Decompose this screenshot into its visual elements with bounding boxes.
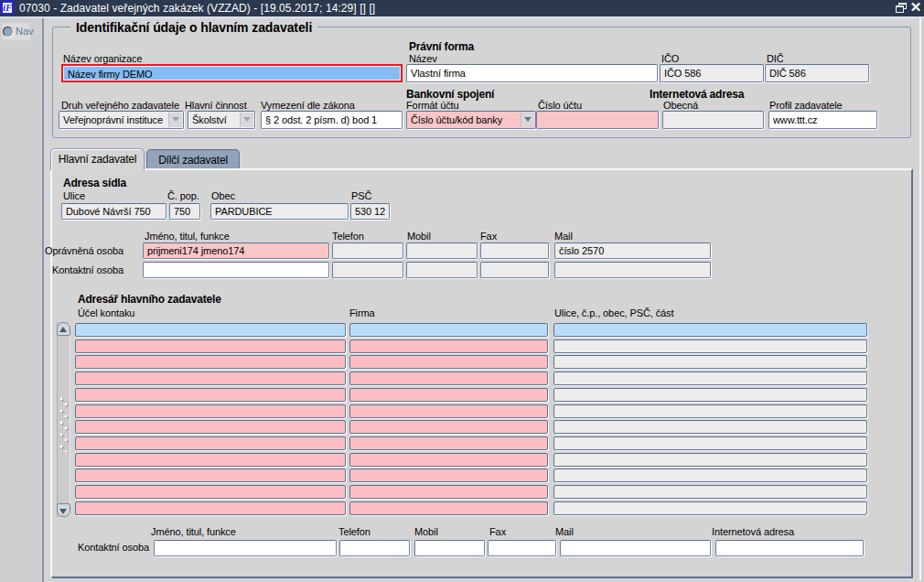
directory-row-4-cell-1[interactable] — [75, 372, 346, 385]
hlavni-cinnost-dropdown-icon[interactable] — [240, 113, 253, 127]
kontaktni-mobile-field[interactable] — [406, 262, 478, 278]
ico-field[interactable]: IČO 586 — [660, 64, 764, 82]
format-uctu-dropdown-icon[interactable] — [521, 113, 534, 127]
bottom-fax-field[interactable] — [488, 540, 556, 556]
directory-row-1-cell-2[interactable] — [349, 323, 548, 337]
sidebar-item-nav[interactable]: Nav — [2, 23, 30, 40]
persons-mail-column-label: Mail — [554, 231, 573, 242]
bankovni-spojeni-heading: Bankovní spojení — [406, 88, 494, 100]
directory-row-12-cell-3[interactable] — [553, 501, 867, 515]
directory-row-9-cell-2[interactable] — [349, 453, 548, 467]
format-uctu-select[interactable]: Číslo účtu/kód banky — [406, 111, 536, 129]
druh-zadavatele-select[interactable]: Veřejnoprávní instituce — [59, 111, 184, 129]
adresa-sidla-heading: Adresa sídla — [63, 177, 126, 189]
directory-row-9-cell-1[interactable] — [75, 453, 346, 467]
directory-row-5-cell-2[interactable] — [349, 388, 548, 402]
kontaktni-name-field[interactable] — [143, 262, 329, 278]
obec-field[interactable]: PARDUBICE — [210, 203, 349, 220]
directory-row-1-cell-3[interactable] — [553, 323, 867, 337]
directory-row-5-cell-1[interactable] — [75, 388, 346, 402]
opravnena-fax-field[interactable] — [480, 242, 549, 259]
directory-row-3-cell-1[interactable] — [75, 355, 346, 369]
dic-field[interactable]: DIČ 586 — [765, 64, 869, 82]
directory-row-7-cell-3[interactable] — [553, 420, 867, 434]
directory-row-1-cell-1[interactable] — [75, 323, 346, 337]
directory-row-8-cell-1[interactable] — [75, 436, 346, 450]
ucel-kontaktu-column-header: Účel kontaku — [78, 307, 134, 318]
scrollbar-thumb-grip[interactable] — [59, 397, 70, 452]
directory-row-6-cell-2[interactable] — [349, 404, 548, 418]
bottom-mail-field[interactable] — [560, 540, 711, 556]
directory-row-4-cell-2[interactable] — [349, 372, 548, 385]
tab-hlavni-zadavatel[interactable]: Hlavní zadavatel — [50, 148, 145, 170]
ulice-column-header: Ulice, č.p., obec, PSČ, část — [554, 307, 673, 318]
opravnena-mail-field[interactable]: číslo 2570 — [554, 242, 711, 259]
directory-row-3-cell-2[interactable] — [349, 355, 548, 369]
druh-zadavatele-dropdown-icon[interactable] — [168, 113, 182, 127]
ico-label: IČO — [661, 53, 679, 64]
directory-row-8-cell-3[interactable] — [553, 436, 867, 450]
directory-row-2-cell-3[interactable] — [553, 340, 867, 353]
ulice-field[interactable]: Dubové Návrší 750 — [61, 203, 167, 220]
persons-phone-column-label: Telefon — [332, 231, 364, 242]
kontaktni-osoba-label: Kontaktní osoba — [37, 264, 124, 275]
vymezeni-field[interactable]: § 2 odst. 2 písm. d) bod 1 — [261, 111, 403, 129]
kontaktni-mail-field[interactable] — [554, 262, 711, 278]
nazev-label: Název — [409, 53, 437, 64]
app-icon: iF — [1, 1, 14, 15]
nav-sidebar: Nav — [0, 18, 42, 582]
directory-row-12-cell-2[interactable] — [349, 501, 548, 515]
cislo-uctu-field[interactable] — [536, 111, 659, 129]
directory-row-7-cell-1[interactable] — [75, 420, 346, 434]
cislo-popisne-field[interactable]: 750 — [169, 203, 200, 220]
hlavni-cinnost-value: Školství — [192, 114, 227, 125]
directory-row-8-cell-2[interactable] — [349, 436, 548, 450]
restore-window-icon[interactable] — [896, 3, 907, 13]
directory-row-11-cell-1[interactable] — [75, 485, 346, 499]
restore-front-square — [896, 5, 904, 13]
titlebar-divider — [0, 16, 924, 18]
directory-row-6-cell-1[interactable] — [75, 404, 346, 418]
profil-zadavatele-label: Profil zadavatele — [769, 100, 843, 111]
directory-row-11-cell-3[interactable] — [553, 485, 867, 499]
hlavni-cinnost-select[interactable]: Školství — [188, 111, 255, 129]
nav-radio-icon — [3, 27, 13, 37]
bottom-mobile-field[interactable] — [414, 540, 485, 556]
directory-row-10-cell-3[interactable] — [553, 469, 867, 482]
tab-dilci-zadavatel[interactable]: Dílčí zadavatel — [146, 149, 240, 169]
profil-zadavatele-field[interactable]: www.ttt.cz — [768, 111, 877, 129]
directory-row-12-cell-1[interactable] — [75, 501, 346, 515]
obecna-field[interactable] — [662, 111, 764, 129]
opravnena-mobile-field[interactable] — [406, 242, 478, 259]
directory-row-2-cell-2[interactable] — [349, 340, 548, 353]
scrollbar-up-icon[interactable] — [57, 322, 70, 336]
psc-field[interactable]: 530 12 — [350, 203, 390, 220]
opravnena-name-field[interactable]: prijmeni174 jmeno174 — [143, 242, 329, 259]
directory-row-7-cell-2[interactable] — [349, 420, 548, 434]
directory-row-11-cell-2[interactable] — [349, 485, 548, 499]
directory-row-9-cell-3[interactable] — [553, 453, 867, 467]
persons-mobile-column-label: Mobil — [407, 231, 431, 242]
directory-row-3-cell-3[interactable] — [553, 355, 867, 369]
bottom-web-field[interactable] — [715, 540, 864, 556]
directory-row-4-cell-3[interactable] — [553, 372, 867, 385]
internetova-adresa-heading: Internetová adresa — [650, 88, 744, 100]
nazev-field[interactable]: Vlastní firma — [406, 64, 658, 82]
bottom-phone-field[interactable] — [339, 540, 410, 556]
nav-label: Nav — [16, 26, 34, 37]
kontaktni-phone-field[interactable] — [332, 262, 403, 278]
directory-row-6-cell-3[interactable] — [553, 404, 867, 418]
directory-row-5-cell-3[interactable] — [553, 388, 867, 402]
pravni-forma-heading: Právní forma — [409, 40, 474, 52]
directory-row-10-cell-2[interactable] — [349, 469, 548, 482]
vymezeni-label: Vymezení dle zákona — [261, 100, 355, 111]
directory-row-2-cell-1[interactable] — [75, 340, 346, 353]
directory-row-10-cell-1[interactable] — [75, 469, 346, 482]
bottom-name-field[interactable] — [154, 540, 337, 556]
nazev-organizace-field[interactable]: Název firmy DEMO — [61, 64, 403, 82]
application-window: iF 07030 - Zadavatel veřejných zakázek (… — [0, 0, 924, 582]
kontaktni-fax-field[interactable] — [480, 262, 549, 278]
scrollbar-down-icon[interactable] — [57, 503, 70, 517]
opravnena-phone-field[interactable] — [332, 242, 403, 259]
close-icon[interactable]: ✕ — [909, 1, 922, 14]
